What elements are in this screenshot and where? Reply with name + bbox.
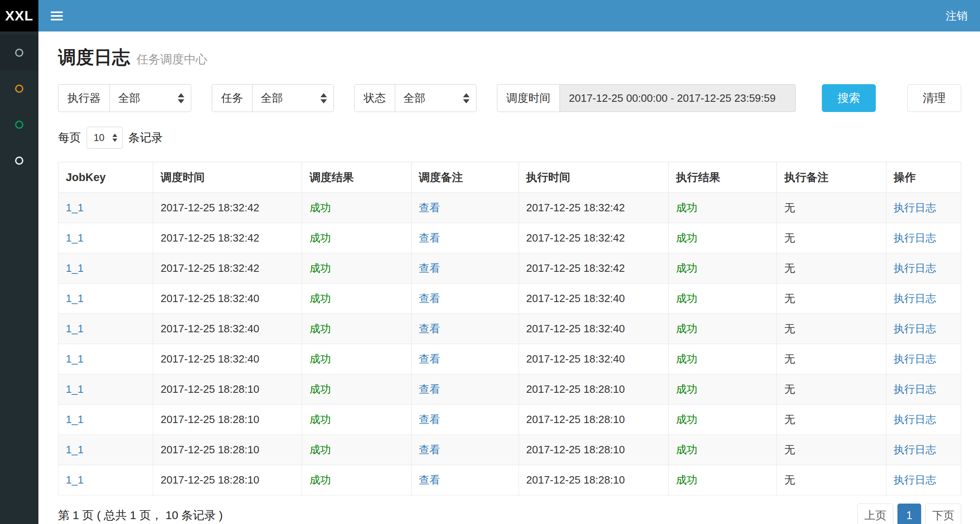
cell-handle-result: 成功 — [669, 405, 777, 435]
trigger-result-text: 成功 — [309, 292, 331, 305]
job-select[interactable]: 全部 — [252, 84, 334, 112]
circle-outline-icon — [15, 49, 23, 57]
cell-handle-time: 2017-12-25 18:28:10 — [519, 374, 669, 405]
cell-action: 执行日志 — [886, 344, 961, 374]
jobkey-link[interactable]: 1_1 — [66, 232, 83, 244]
trigger-result-text: 成功 — [309, 353, 331, 365]
trigger-time-text: 2017-12-25 18:28:10 — [161, 383, 259, 395]
app-logo[interactable]: XXL — [0, 0, 38, 31]
cell-trigger-time: 2017-12-25 18:32:40 — [153, 284, 302, 314]
trigger-remark-link[interactable]: 查看 — [419, 232, 440, 244]
cell-handle-result: 成功 — [669, 193, 777, 223]
cell-trigger-result: 成功 — [302, 405, 411, 435]
action-log-link[interactable]: 执行日志 — [894, 262, 936, 274]
table-row: 1_12017-12-25 18:28:10成功查看2017-12-25 18:… — [58, 435, 961, 465]
jobkey-link[interactable]: 1_1 — [66, 353, 83, 365]
cell-handle-remark: 无 — [777, 253, 886, 284]
cell-action: 执行日志 — [886, 284, 961, 314]
trigger-remark-link[interactable]: 查看 — [419, 383, 440, 395]
search-button[interactable]: 搜索 — [822, 84, 876, 112]
action-log-link[interactable]: 执行日志 — [894, 353, 936, 365]
action-log-link[interactable]: 执行日志 — [894, 383, 936, 395]
cell-trigger-result: 成功 — [302, 253, 411, 284]
trigger-remark-link[interactable]: 查看 — [419, 443, 440, 456]
filter-bar: 执行器 全部 任务 全部 状态 全部 — [58, 84, 961, 112]
trigger-result-text: 成功 — [309, 443, 331, 456]
sidebar-item-3[interactable] — [0, 107, 38, 143]
logout-link[interactable]: 注销 — [946, 9, 968, 23]
jobkey-link[interactable]: 1_1 — [66, 292, 83, 305]
cell-handle-time: 2017-12-25 18:32:40 — [519, 284, 669, 314]
trigger-result-text: 成功 — [309, 262, 331, 274]
cell-trigger-time: 2017-12-25 18:28:10 — [153, 405, 302, 435]
sidebar-item-1[interactable] — [0, 35, 38, 71]
cell-trigger-time: 2017-12-25 18:32:40 — [153, 314, 302, 344]
trigger-time-text: 2017-12-25 18:28:10 — [161, 474, 259, 486]
cell-action: 执行日志 — [886, 374, 961, 405]
cell-trigger-time: 2017-12-25 18:28:10 — [153, 374, 302, 405]
trigger-remark-link[interactable]: 查看 — [419, 474, 440, 486]
handle-time-text: 2017-12-25 18:32:42 — [526, 202, 625, 214]
next-page-button[interactable]: 下页 — [925, 504, 961, 524]
handle-remark-text: 无 — [784, 322, 795, 335]
cell-handle-time: 2017-12-25 18:32:42 — [519, 223, 669, 253]
trigger-time-input[interactable] — [559, 84, 796, 112]
executor-label: 执行器 — [58, 84, 110, 112]
trigger-remark-link[interactable]: 查看 — [419, 202, 440, 214]
action-log-link[interactable]: 执行日志 — [894, 202, 936, 214]
prev-page-button[interactable]: 上页 — [857, 504, 893, 524]
handle-remark-text: 无 — [784, 443, 795, 456]
col-handle-remark: 执行备注 — [777, 162, 886, 193]
action-log-link[interactable]: 执行日志 — [894, 474, 936, 486]
cell-jobkey: 1_1 — [58, 314, 153, 344]
jobkey-link[interactable]: 1_1 — [66, 413, 83, 425]
handle-remark-text: 无 — [784, 232, 795, 244]
trigger-remark-link[interactable]: 查看 — [419, 262, 440, 274]
cell-jobkey: 1_1 — [58, 223, 153, 253]
filter-job: 任务 全部 — [212, 84, 334, 112]
cell-handle-time: 2017-12-25 18:28:10 — [519, 435, 669, 465]
action-log-link[interactable]: 执行日志 — [894, 413, 936, 425]
sidebar-toggle-button[interactable] — [51, 11, 63, 20]
clear-button[interactable]: 清理 — [907, 84, 961, 112]
sidebar-item-4[interactable] — [0, 143, 38, 179]
trigger-remark-link[interactable]: 查看 — [419, 413, 440, 425]
job-label: 任务 — [212, 84, 252, 112]
action-log-link[interactable]: 执行日志 — [894, 292, 936, 305]
jobkey-link[interactable]: 1_1 — [66, 262, 83, 274]
action-log-link[interactable]: 执行日志 — [894, 322, 936, 335]
executor-select[interactable]: 全部 — [110, 84, 191, 112]
cell-handle-time: 2017-12-25 18:32:42 — [519, 193, 669, 223]
sidebar-item-2[interactable] — [0, 71, 38, 107]
col-action: 操作 — [886, 162, 961, 193]
table-row: 1_12017-12-25 18:32:40成功查看2017-12-25 18:… — [58, 284, 961, 314]
jobkey-link[interactable]: 1_1 — [66, 443, 83, 456]
jobkey-link[interactable]: 1_1 — [66, 474, 83, 486]
status-select[interactable]: 全部 — [395, 84, 477, 112]
cell-trigger-result: 成功 — [302, 435, 411, 465]
trigger-time-text: 2017-12-25 18:32:40 — [161, 322, 259, 335]
handle-result-text: 成功 — [676, 262, 697, 274]
col-trigger-remark: 调度备注 — [411, 162, 519, 193]
cell-jobkey: 1_1 — [58, 405, 153, 435]
handle-result-text: 成功 — [676, 232, 697, 244]
action-log-link[interactable]: 执行日志 — [894, 232, 936, 244]
table-row: 1_12017-12-25 18:32:40成功查看2017-12-25 18:… — [58, 314, 961, 344]
trigger-remark-link[interactable]: 查看 — [419, 322, 440, 335]
jobkey-link[interactable]: 1_1 — [66, 322, 83, 335]
handle-result-text: 成功 — [676, 353, 697, 365]
cell-jobkey: 1_1 — [58, 374, 153, 405]
trigger-remark-link[interactable]: 查看 — [419, 292, 440, 305]
handle-time-text: 2017-12-25 18:32:40 — [526, 322, 625, 335]
action-log-link[interactable]: 执行日志 — [894, 443, 936, 456]
current-page-button[interactable]: 1 — [897, 504, 921, 524]
jobkey-link[interactable]: 1_1 — [66, 202, 83, 214]
jobkey-link[interactable]: 1_1 — [66, 383, 83, 395]
trigger-remark-link[interactable]: 查看 — [419, 353, 440, 365]
status-label: 状态 — [354, 84, 395, 112]
page-size-select[interactable]: 10 — [87, 127, 123, 149]
page-subtitle: 任务调度中心 — [136, 52, 208, 68]
cell-handle-result: 成功 — [669, 374, 777, 405]
sidebar — [0, 31, 38, 524]
trigger-time-label: 调度时间 — [497, 84, 559, 112]
